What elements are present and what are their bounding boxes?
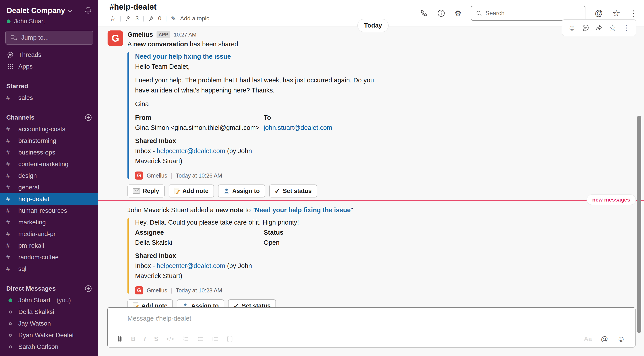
gmelius-app-avatar[interactable]: G: [108, 31, 123, 46]
thread-reply-icon[interactable]: [582, 24, 590, 32]
divider: [165, 15, 167, 22]
add-note-button[interactable]: Add note: [168, 185, 214, 198]
assign-to-button[interactable]: Assign to: [218, 185, 265, 198]
sidebar-item-sales[interactable]: sales: [0, 92, 98, 104]
gear-icon[interactable]: ⚙: [454, 10, 461, 17]
sidebar-item-threads[interactable]: Threads: [0, 49, 98, 61]
pencil-icon: ✎: [171, 15, 176, 22]
channels-section: Channels accounting-costs brainstorming …: [0, 112, 98, 275]
add-topic-button[interactable]: Add a topic: [180, 15, 209, 22]
dm-item-sarah-carlson[interactable]: Sarah Carlson: [0, 341, 98, 353]
search-box[interactable]: [471, 6, 586, 21]
mention-icon[interactable]: @: [601, 335, 608, 342]
sidebar-item-design[interactable]: design: [0, 170, 98, 182]
workspace-header: Dealet Company John Stuart: [0, 0, 98, 25]
text-format-toggle[interactable]: Aa: [584, 335, 592, 342]
search-input[interactable]: [486, 10, 580, 17]
pin-icon[interactable]: [148, 16, 154, 22]
add-reaction-icon[interactable]: ☺: [568, 24, 576, 32]
message-gmelius-2: Hey, Della. Could you please take care o…: [98, 217, 644, 294]
sidebar-item-marketing[interactable]: marketing: [0, 217, 98, 228]
dm-item-jay-watson[interactable]: Jay Watson: [0, 318, 98, 329]
add-channel-icon[interactable]: [84, 114, 92, 121]
sidebar: Dealet Company John Stuart Jump to... Th…: [0, 0, 98, 356]
sidebar-item-apps[interactable]: Apps: [0, 61, 98, 72]
sidebar-item-help-dealet[interactable]: help-dealet: [0, 193, 98, 205]
workspace-name[interactable]: Dealet Company: [7, 6, 65, 15]
scrollbar[interactable]: [637, 116, 641, 333]
add-dm-icon[interactable]: [84, 285, 92, 292]
share-message-icon[interactable]: [595, 24, 603, 32]
dm-item-della-skalksi[interactable]: Della Skalksi: [0, 306, 98, 318]
emoji-icon[interactable]: ☺: [617, 335, 625, 343]
message-more-icon[interactable]: ⋮: [622, 24, 630, 32]
email-subject-link[interactable]: Need your help fixing the issue: [135, 52, 644, 62]
call-phone-icon[interactable]: [420, 9, 428, 17]
bold-button[interactable]: B: [131, 335, 136, 342]
sidebar-item-random-coffee[interactable]: random-coffee: [0, 251, 98, 263]
message-input[interactable]: [128, 313, 622, 324]
channel-title: #help-dealet: [110, 2, 156, 12]
set-status-button[interactable]: ✓ Set status: [269, 185, 317, 198]
email-greeting: Hello Team Dealet,: [135, 62, 644, 72]
presence-offline-icon: [9, 334, 12, 337]
attach-paperclip-icon[interactable]: [117, 335, 123, 342]
sidebar-item-general[interactable]: general: [0, 182, 98, 193]
dm-item-ryan-walker-dealet[interactable]: Ryan Walker Dealet: [0, 329, 98, 341]
jump-to-box[interactable]: Jump to...: [5, 31, 93, 45]
member-count[interactable]: 3: [136, 15, 139, 22]
note-subject-link[interactable]: Need your help fixing the issue: [255, 207, 351, 214]
bullet-list-icon[interactable]: [197, 336, 204, 342]
pin-count[interactable]: 0: [158, 15, 161, 22]
field-assignee: Assignee Della Skalski: [135, 228, 264, 248]
chevron-down-icon: [68, 10, 73, 13]
more-options-icon[interactable]: ⋮: [630, 10, 637, 17]
sidebar-item-pm-rekall[interactable]: pm-rekall: [0, 240, 98, 251]
date-divider-pill: Today: [357, 19, 389, 32]
sidebar-item-label: Threads: [18, 51, 41, 58]
sidebar-item-media-and-pr[interactable]: media-and-pr: [0, 228, 98, 240]
info-icon[interactable]: [437, 9, 445, 17]
code-button[interactable]: </>: [166, 336, 174, 342]
save-message-icon[interactable]: ☆: [609, 24, 616, 32]
dm-item-john-stuart[interactable]: John Stuart (you): [0, 294, 98, 306]
composer-toolbar: B I S </> Aa @ ☺: [117, 335, 625, 343]
notifications-bell-icon[interactable]: [84, 6, 92, 15]
person-icon: [224, 188, 230, 194]
inbox-email-link[interactable]: helpcenter@dealet.com: [157, 262, 226, 269]
sidebar-item-content-marketing[interactable]: content-marketing: [0, 158, 98, 170]
sidebar-item-brainstorming[interactable]: brainstorming: [0, 135, 98, 147]
current-user[interactable]: John Stuart: [7, 18, 92, 25]
memo-icon: [174, 188, 180, 194]
inbox-email-link[interactable]: helpcenter@dealet.com: [157, 147, 226, 154]
sender-name[interactable]: Gmelius: [128, 31, 153, 38]
italic-button[interactable]: I: [144, 335, 146, 342]
code-block-icon[interactable]: [226, 336, 233, 342]
app-badge: APP: [156, 31, 170, 38]
starred-items-icon[interactable]: ☆: [612, 9, 620, 18]
star-channel-icon[interactable]: ☆: [110, 15, 116, 22]
sidebar-item-sql[interactable]: sql: [0, 263, 98, 275]
strikethrough-button[interactable]: S: [154, 335, 158, 342]
members-icon[interactable]: [125, 16, 132, 22]
message-composer[interactable]: B I S </> Aa @ ☺: [107, 307, 636, 347]
blockquote-icon[interactable]: [212, 336, 218, 342]
hash-icon: [6, 137, 14, 144]
sidebar-item-accounting-costs[interactable]: accounting-costs: [0, 123, 98, 135]
dm-you-suffix: (you): [56, 297, 71, 304]
message-text: A new conversation has been shared: [128, 41, 644, 48]
sidebar-item-business-ops[interactable]: business-ops: [0, 147, 98, 158]
timestamp: 10:27 AM: [174, 32, 196, 38]
search-icon: [476, 10, 482, 17]
channels-section-title: Channels: [6, 114, 34, 121]
reply-button[interactable]: Reply: [128, 185, 164, 198]
mentions-at-icon[interactable]: @: [595, 9, 603, 17]
ordered-list-icon[interactable]: [182, 336, 189, 342]
divider: [143, 15, 144, 22]
hash-icon: [6, 172, 14, 179]
hash-icon: [6, 254, 14, 261]
threads-icon: [7, 51, 14, 58]
new-messages-divider: new messages: [98, 200, 644, 201]
email-link[interactable]: john.stuart@dealet.com: [264, 123, 644, 133]
sidebar-item-human-resources[interactable]: human-resources: [0, 205, 98, 217]
